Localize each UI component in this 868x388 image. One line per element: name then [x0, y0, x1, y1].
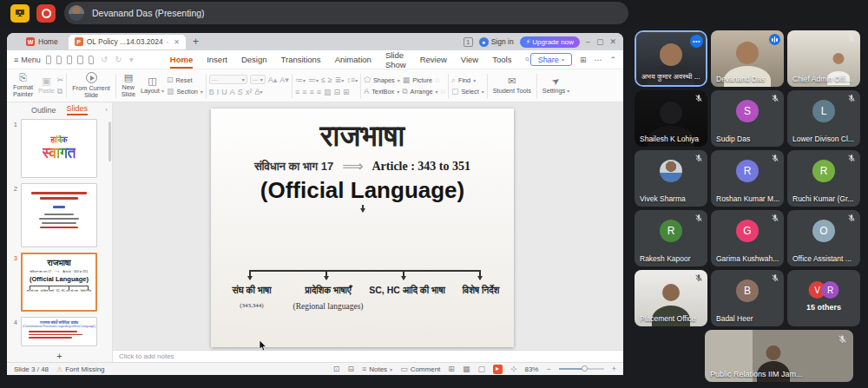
- document-count-icon[interactable]: 1: [464, 37, 473, 47]
- participant-tile-placement[interactable]: Placement Office: [635, 270, 707, 326]
- reset-button[interactable]: ⊡Reset: [167, 76, 203, 84]
- slide-thumbnail-2[interactable]: 2: [7, 183, 112, 247]
- increase-font-icon[interactable]: A▴: [268, 76, 278, 84]
- more-options-icon[interactable]: ⋯: [690, 35, 703, 48]
- tab-tools[interactable]: Tools: [485, 50, 518, 69]
- sign-in-button[interactable]: ● Sign in: [479, 37, 514, 47]
- minimize-button[interactable]: –: [586, 37, 590, 46]
- participant-tile-devanand[interactable]: Devanand Das: [711, 30, 784, 87]
- outdent-icon[interactable]: ≤: [321, 76, 326, 84]
- participant-tile-badal[interactable]: B Badal Heer: [711, 270, 784, 326]
- recording-indicator-icon[interactable]: [36, 4, 56, 23]
- slide-thumbnail-3-selected[interactable]: 3 राजभाषा संविधान का भाग 17 ⟶ Article : …: [7, 253, 112, 312]
- bold-button[interactable]: B: [209, 88, 214, 96]
- participant-tile-roshan[interactable]: R Roshan Kumar M...: [711, 150, 784, 207]
- picture-button[interactable]: ▦Picture: [403, 76, 432, 84]
- participant-tile-vivek[interactable]: Vivek Sharma: [635, 150, 707, 207]
- slide-thumbnail-1[interactable]: 1 हार्दिक स्वागत: [7, 119, 112, 178]
- line-spacing-icon[interactable]: ↕≡▾: [346, 76, 358, 85]
- participant-tile-ruchi[interactable]: R Ruchi Kumar (Gr...: [787, 150, 860, 207]
- paste-button[interactable]: ▣ Paste: [36, 76, 57, 95]
- outline-tab[interactable]: Outline: [31, 106, 56, 115]
- shapes-button[interactable]: ⬠Shapes▾: [364, 76, 400, 84]
- underline-button[interactable]: U: [221, 88, 227, 96]
- arrange-button[interactable]: ⧉Arrange▾: [402, 87, 437, 95]
- ribbon-layout-icon[interactable]: ⊞: [580, 56, 587, 64]
- layout-button[interactable]: ◫ Layout ▾: [138, 76, 167, 95]
- numbering-icon[interactable]: ≕▾: [308, 76, 319, 85]
- participant-tile-abhay[interactable]: ⋯ अभय कुमार अवस्थी ...: [635, 30, 707, 87]
- settings-button[interactable]: ➤ Settings ▾: [540, 76, 572, 95]
- presentation-mode-icon[interactable]: [10, 4, 30, 23]
- participant-tile-office-assistant[interactable]: O Office Assistant ...: [787, 210, 860, 266]
- collapse-ribbon-icon[interactable]: ⌃: [609, 56, 616, 64]
- print-icon[interactable]: [77, 56, 82, 64]
- decrease-font-icon[interactable]: A▾: [279, 76, 289, 84]
- close-button[interactable]: ✕: [609, 37, 616, 46]
- participant-tile-lower-division[interactable]: L Lower Divison Cl...: [787, 90, 860, 147]
- font-family-select[interactable]: —▾: [209, 75, 247, 84]
- close-tab-icon[interactable]: ✕: [174, 38, 180, 46]
- tab-transitions[interactable]: Transitions: [274, 50, 328, 69]
- current-slide[interactable]: राजभाषा संविधान का भाग 17 ⟹ Article : 34…: [211, 109, 514, 347]
- restore-button[interactable]: ▢: [596, 37, 604, 46]
- participant-tile-public-relations[interactable]: Public Relations IIM Jam...: [705, 330, 853, 382]
- slide-canvas[interactable]: राजभाषा संविधान का भाग 17 ⟹ Article : 34…: [113, 102, 623, 350]
- slideshow-play-button[interactable]: [493, 365, 503, 374]
- notes-toggle-button[interactable]: ≡Notes▾: [362, 365, 392, 373]
- participant-tile-shailesh[interactable]: Shailesh K Lohiya: [635, 90, 707, 147]
- slide-sorter-icon[interactable]: ▦: [463, 365, 470, 373]
- task-pane-icon[interactable]: ⊡: [333, 365, 340, 373]
- numbered-level-icon[interactable]: ⊟: [333, 88, 340, 96]
- strike-button[interactable]: S: [238, 88, 243, 96]
- tab-insert[interactable]: Insert: [200, 50, 234, 69]
- panel-scrollbar[interactable]: [108, 122, 111, 161]
- tab-slide-show[interactable]: Slide Show: [378, 50, 413, 69]
- slides-tab[interactable]: Slides: [67, 104, 89, 115]
- redo-icon[interactable]: ↻: [115, 55, 122, 64]
- tab-view[interactable]: View: [454, 50, 485, 69]
- font-size-select[interactable]: —▾: [250, 75, 266, 84]
- text-direction-icon[interactable]: ≣▾: [335, 76, 345, 85]
- font-missing-warning[interactable]: ⚠Font Missing: [56, 365, 105, 373]
- wps-home-tab[interactable]: W Home: [19, 35, 65, 49]
- normal-view-icon[interactable]: ⊞: [448, 365, 455, 373]
- tab-review[interactable]: Review: [413, 50, 454, 69]
- participant-tile-chief-admin[interactable]: Chief Admin Offi...: [787, 30, 860, 87]
- undo-icon[interactable]: ↺: [101, 55, 108, 64]
- collapse-panel-icon[interactable]: ‹: [105, 106, 108, 114]
- participant-tile-others[interactable]: V R 15 others: [787, 270, 860, 326]
- share-button[interactable]: Share▾: [530, 53, 572, 66]
- copy-icon[interactable]: ⧉: [57, 87, 64, 95]
- zoom-slider-knob[interactable]: [582, 365, 588, 372]
- slide-thumbnail-4[interactable]: 4 राजभाषा संबंधी सांविधिक उपबंध (Constit…: [7, 317, 112, 346]
- comment-button[interactable]: ▭Comment: [400, 365, 440, 373]
- new-tab-button[interactable]: +: [193, 36, 199, 48]
- participant-tile-rakesh[interactable]: R Rakesh Kapoor: [635, 210, 707, 266]
- highlight-button[interactable]: A̲▾: [254, 87, 262, 96]
- wps-document-tab[interactable]: P OL Policy ...14.03.2024 ◦ ✕: [69, 35, 186, 49]
- save-icon[interactable]: [67, 56, 72, 64]
- indent-icon[interactable]: ≥: [328, 76, 332, 84]
- new-file-icon[interactable]: [46, 56, 51, 64]
- font-color-button[interactable]: A: [230, 88, 235, 96]
- format-painter-button[interactable]: ⎘ Format Painter: [10, 73, 36, 99]
- zoom-out-button[interactable]: −: [546, 365, 550, 373]
- cut-icon[interactable]: ✂: [57, 76, 64, 84]
- zoom-slider[interactable]: [559, 368, 604, 370]
- notes-input[interactable]: Click to add notes: [113, 350, 623, 362]
- find-button[interactable]: ⌕Find▾: [451, 76, 484, 84]
- align-right-icon[interactable]: ≡: [309, 88, 313, 96]
- superscript-button[interactable]: x²: [246, 88, 253, 96]
- open-file-icon[interactable]: [56, 56, 62, 64]
- smartart-icon[interactable]: ⊞: [343, 88, 350, 96]
- handout-icon[interactable]: ⊟: [347, 365, 354, 373]
- tab-options-icon[interactable]: ◦: [167, 39, 168, 45]
- tab-design[interactable]: Design: [234, 50, 274, 69]
- textbox-button[interactable]: ATextBox▾: [364, 87, 399, 95]
- more-tools-icon[interactable]: ⋯: [594, 56, 602, 64]
- add-slide-button[interactable]: +: [7, 350, 112, 362]
- print-preview-icon[interactable]: [89, 56, 94, 64]
- student-tools-button[interactable]: ✉ Student Tools: [490, 76, 534, 95]
- participant-tile-sudip[interactable]: S Sudip Das: [711, 90, 784, 147]
